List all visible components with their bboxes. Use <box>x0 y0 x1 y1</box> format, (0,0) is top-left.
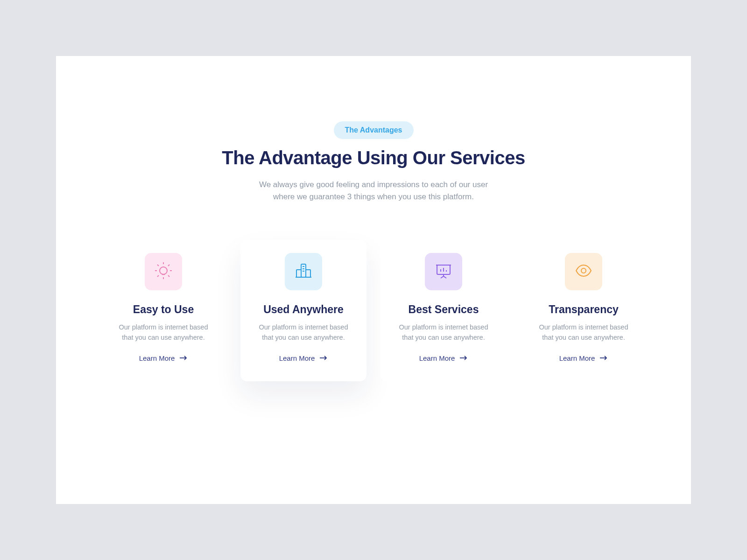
buildings-icon <box>294 261 313 282</box>
card-best-services: Best Services Our platform is internet b… <box>381 240 507 381</box>
learn-more-link[interactable]: Learn More <box>139 354 188 362</box>
cards-row: Easy to Use Our platform is internet bas… <box>93 240 654 381</box>
svg-point-0 <box>160 267 167 274</box>
card-title: Used Anywhere <box>250 303 357 316</box>
card-easy-to-use: Easy to Use Our platform is internet bas… <box>100 240 226 381</box>
svg-rect-3 <box>306 270 310 277</box>
card-title: Best Services <box>390 303 497 316</box>
learn-more-link[interactable]: Learn More <box>419 354 468 362</box>
learn-more-label: Learn More <box>279 354 315 362</box>
eye-icon <box>574 261 593 282</box>
card-description: Our platform is internet based that you … <box>110 322 217 343</box>
learn-more-link[interactable]: Learn More <box>279 354 328 362</box>
arrow-right-icon <box>459 355 468 361</box>
card-description: Our platform is internet based that you … <box>390 322 497 343</box>
section-header: The Advantages The Advantage Using Our S… <box>93 121 654 203</box>
card-used-anywhere: Used Anywhere Our platform is internet b… <box>240 240 366 381</box>
icon-box <box>285 253 322 290</box>
learn-more-link[interactable]: Learn More <box>559 354 608 362</box>
section-badge: The Advantages <box>334 121 414 139</box>
learn-more-label: Learn More <box>419 354 455 362</box>
card-title: Easy to Use <box>110 303 217 316</box>
svg-point-14 <box>581 268 586 273</box>
svg-rect-2 <box>296 270 301 277</box>
lightbulb-icon <box>154 261 173 282</box>
card-transparency: Transparency Our platform is internet ba… <box>521 240 647 381</box>
arrow-right-icon <box>599 355 608 361</box>
arrow-right-icon <box>319 355 328 361</box>
learn-more-label: Learn More <box>559 354 595 362</box>
section-title: The Advantage Using Our Services <box>93 147 654 168</box>
arrow-right-icon <box>179 355 188 361</box>
learn-more-label: Learn More <box>139 354 175 362</box>
icon-box <box>425 253 462 290</box>
icon-box <box>145 253 182 290</box>
card-title: Transparency <box>530 303 637 316</box>
card-description: Our platform is internet based that you … <box>530 322 637 343</box>
icon-box <box>565 253 602 290</box>
advantages-section: The Advantages The Advantage Using Our S… <box>56 56 691 504</box>
section-subtitle: We always give good feeling and impressi… <box>233 179 514 203</box>
presentation-icon <box>434 261 453 282</box>
card-description: Our platform is internet based that you … <box>250 322 357 343</box>
